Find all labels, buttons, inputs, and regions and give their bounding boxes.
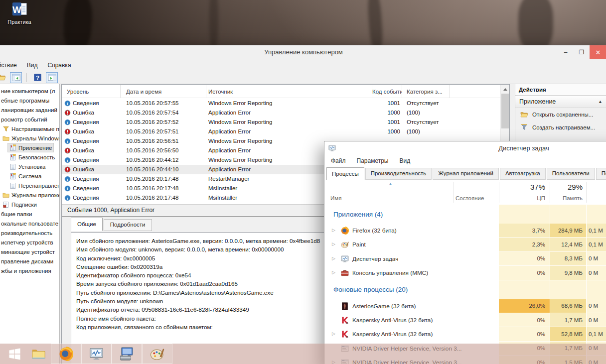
- tree-item[interactable]: Безопасность: [0, 152, 59, 162]
- event-code-cell: 1001: [372, 99, 402, 108]
- tm-menu-item[interactable]: Параметры: [357, 157, 389, 164]
- desktop-icon-praktika[interactable]: W Практика: [3, 1, 36, 25]
- column-header[interactable]: Код события: [372, 85, 402, 98]
- expander-icon[interactable]: ▷: [332, 228, 335, 233]
- event-row[interactable]: iСведения10.05.2016 20:57:52Windows Erro…: [62, 118, 501, 127]
- tm-title-bar[interactable]: Диспетчер задач: [324, 141, 606, 155]
- tree-item[interactable]: жбы и приложения: [0, 266, 59, 275]
- tree-item[interactable]: испетчер устройств: [0, 238, 59, 247]
- collapse-arrow-icon[interactable]: ▲: [598, 99, 603, 104]
- column-header[interactable]: Категория з...: [402, 85, 450, 98]
- tree-item[interactable]: росмотр событий: [0, 115, 59, 124]
- tree-item[interactable]: роизводительность: [0, 228, 59, 238]
- tree-item[interactable]: Журналы приложе: [0, 190, 59, 200]
- maximize-button[interactable]: ❐: [574, 45, 590, 59]
- info-icon: i: [64, 138, 71, 144]
- toolbar-button-open-folder-icon[interactable]: [0, 72, 7, 83]
- actions-section-header[interactable]: Приложение ▲: [515, 96, 606, 108]
- tree-item[interactable]: Подписки: [0, 200, 59, 209]
- details-tab[interactable]: Общие: [71, 218, 103, 231]
- taskbar-firefox[interactable]: [51, 344, 81, 364]
- tree-item[interactable]: Перенаправлен: [0, 181, 59, 190]
- mmc-menu-item[interactable]: Вид: [27, 62, 38, 69]
- tree-item[interactable]: ебные программы: [0, 96, 59, 105]
- column-header-status[interactable]: Состояние: [455, 195, 484, 201]
- action-item[interactable]: Открыть сохраненны...: [515, 108, 606, 121]
- tree-item[interactable]: окальные пользовате: [0, 219, 59, 228]
- column-header-name[interactable]: Имя: [330, 195, 341, 201]
- tree-item[interactable]: Журналы Windows: [0, 133, 59, 143]
- mmc-menu-item[interactable]: Действие: [0, 62, 17, 69]
- column-header[interactable]: Уровень: [62, 85, 121, 98]
- taskbar-computer-management[interactable]: [112, 344, 142, 364]
- event-row[interactable]: iСведения10.05.2016 20:57:55Windows Erro…: [62, 99, 501, 108]
- toolbar-button-action-pane-icon[interactable]: [46, 72, 58, 83]
- mmc-title-bar[interactable]: Управление компьютером – ❐ ✕: [0, 45, 606, 59]
- details-tab[interactable]: Подробности: [104, 219, 152, 231]
- tm-tab-5[interactable]: Подробности: [596, 168, 606, 180]
- info-icon: i: [64, 100, 71, 107]
- event-row[interactable]: Ошибка10.05.2016 20:57:54Application Err…: [62, 108, 501, 118]
- process-row[interactable]: ▷Консоль управления (MMC)0%9,8 МБ0 М: [324, 266, 606, 280]
- event-level-cell: iСведения: [62, 193, 121, 203]
- tm-menu-item[interactable]: Вид: [399, 157, 410, 164]
- expander-icon[interactable]: ▷: [332, 270, 335, 275]
- event-row[interactable]: Ошибка10.05.2016 20:57:51Application Err…: [62, 127, 501, 136]
- process-group-header[interactable]: Фоновые процессы (20): [324, 280, 606, 299]
- toolbar-button-console-tree-icon[interactable]: [10, 72, 22, 83]
- tree-item[interactable]: Установка: [0, 162, 59, 171]
- column-header[interactable]: Дата и время: [121, 85, 206, 98]
- tree-item[interactable]: бщие папки: [0, 209, 59, 219]
- tm-tab-3[interactable]: Автозагрузка: [500, 168, 546, 180]
- tm-tab-4[interactable]: Пользователи: [547, 168, 595, 180]
- expander-icon[interactable]: ▷: [332, 242, 335, 246]
- tree-item[interactable]: правление дисками: [0, 256, 59, 266]
- tree-item-label: ебные программы: [1, 98, 49, 104]
- toolbar-button-help-icon[interactable]: ?: [31, 72, 43, 83]
- tree-item[interactable]: минающие устройст: [0, 247, 59, 256]
- tree-item[interactable]: Приложение: [0, 143, 59, 152]
- event-log-plain-icon: [9, 163, 16, 170]
- process-row[interactable]: ▷Firefox (32 бита)3,7%284,9 МБ0,1 М: [324, 224, 606, 238]
- process-row[interactable]: AsteriosGame (32 бита)26,0%68,6 МБ0 М: [324, 299, 606, 313]
- tm-tab-2[interactable]: Журнал приложений: [433, 168, 499, 180]
- expander-icon[interactable]: ▷: [332, 256, 335, 261]
- mmc-menu-item[interactable]: Справка: [47, 62, 71, 69]
- scrollbar-thumb[interactable]: [501, 94, 509, 128]
- taskbar-paint[interactable]: [142, 344, 172, 364]
- process-cpu-cell: 0%: [499, 252, 550, 266]
- tree-item[interactable]: ние компьютером (л: [0, 86, 59, 96]
- process-row[interactable]: ▷Kaspersky Anti-Virus (32 бита)0%52,8 МБ…: [324, 327, 606, 341]
- tm-tab-1[interactable]: Производительность: [365, 168, 432, 180]
- tree-item[interactable]: Система: [0, 171, 59, 181]
- tree-item[interactable]: ланировщик заданий: [0, 105, 59, 115]
- column-header-cpu[interactable]: ЦП: [499, 195, 550, 201]
- process-group-header[interactable]: Приложения (4): [324, 205, 606, 224]
- tm-menu-item[interactable]: Файл: [331, 157, 346, 164]
- event-category-cell: (100): [402, 127, 450, 136]
- taskbar-file-explorer[interactable]: [26, 344, 51, 364]
- taskbar-start-button[interactable]: [3, 344, 26, 364]
- close-button[interactable]: ✕: [590, 45, 606, 59]
- tree-item-inner: росмотр событий: [0, 115, 49, 124]
- tree-item-inner: минающие устройст: [0, 247, 57, 256]
- scroll-up-button[interactable]: [501, 85, 509, 94]
- column-header-memory[interactable]: Память: [550, 195, 586, 201]
- tree-item-label: жбы и приложения: [1, 268, 51, 274]
- column-header[interactable]: Источник: [206, 85, 372, 98]
- tree-item[interactable]: Настраиваемые пр: [0, 124, 59, 133]
- action-item[interactable]: Создать настраиваем...: [515, 121, 606, 134]
- taskbar-task-manager[interactable]: [81, 344, 112, 364]
- process-row[interactable]: ▷Paint2,3%12,4 МБ0,1 М: [324, 238, 606, 251]
- column-header-filler: [450, 85, 502, 98]
- tree-item-inner: испетчер устройств: [0, 238, 55, 247]
- kaspersky-icon: [341, 316, 349, 324]
- minimize-button[interactable]: –: [558, 45, 574, 59]
- process-row[interactable]: Kaspersky Anti-Virus (32 бита)0%1,7 МБ0 …: [324, 313, 606, 327]
- process-name: Paint: [352, 241, 366, 248]
- tm-tab-processes[interactable]: Процессы: [326, 167, 364, 180]
- expander-icon[interactable]: ▷: [332, 331, 335, 336]
- process-row[interactable]: ▷Диспетчер задач0%8,3 МБ0 М: [324, 252, 606, 266]
- tree-item-label: Перенаправлен: [18, 183, 60, 189]
- process-icon-holder: [341, 302, 349, 312]
